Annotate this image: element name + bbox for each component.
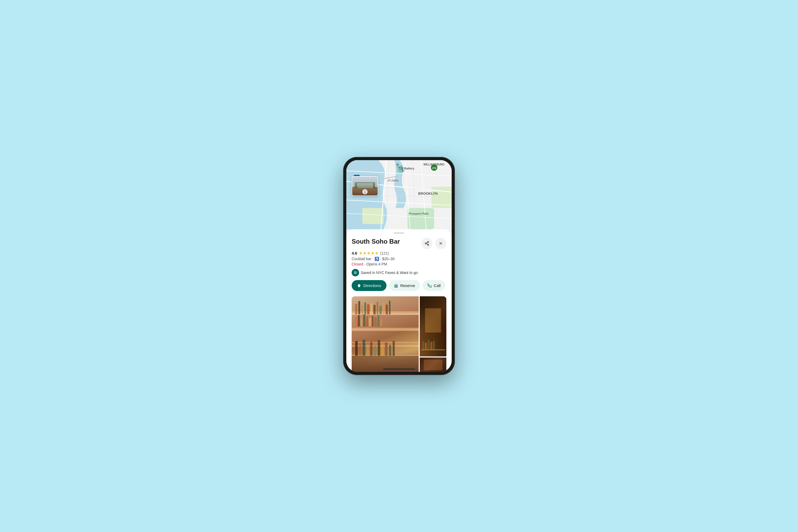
reserve-button[interactable]: Reserve [389, 280, 420, 291]
star-3: ★ [367, 251, 370, 255]
photo-side2[interactable]: 22 days ago [420, 358, 446, 372]
svg-rect-3 [362, 208, 384, 224]
saved-label: Saved in NYC Faves & Want to go [361, 270, 418, 275]
reserve-label: Reserve [400, 283, 415, 288]
svg-text:of Liberty: of Liberty [387, 179, 398, 182]
svg-line-28 [426, 244, 428, 244]
status-time: Opens 4 PM [366, 262, 387, 266]
saved-icon [352, 269, 359, 277]
share-button[interactable] [421, 238, 433, 249]
star-rating: ★ ★ ★ ★ ★ [359, 251, 379, 255]
drag-handle[interactable] [394, 232, 404, 233]
star-4: ★ [371, 251, 375, 255]
street-view-person-icon: 🚶 [362, 189, 367, 194]
status-row: Closed · Opens 4 PM [352, 262, 446, 266]
photo-main[interactable] [352, 296, 419, 372]
category-label: Cocktail bar [352, 257, 371, 261]
svg-text:278: 278 [432, 167, 436, 169]
directions-label: Directions [363, 283, 381, 288]
svg-rect-1 [407, 208, 434, 229]
place-name: South Soho Bar [352, 238, 418, 246]
accessibility-icon: ♿ [375, 257, 379, 261]
photo-grid[interactable]: 22 days ago [352, 296, 446, 372]
call-label: Call [434, 283, 441, 288]
directions-button[interactable]: Directions [352, 280, 386, 291]
status-closed: Closed [352, 262, 363, 266]
photo-side1[interactable] [420, 296, 446, 357]
dot-separator-2: · [380, 257, 381, 261]
place-marker[interactable]: 🗽 [396, 163, 405, 172]
street-view-thumbnail[interactable]: 🚶 [352, 176, 378, 196]
review-count: (121) [380, 251, 389, 255]
map-area[interactable]: BROOKLYN Prospect Park The Battery WILLI… [346, 160, 452, 229]
call-button[interactable]: Call [423, 280, 445, 291]
rating-row[interactable]: 4.6 ★ ★ ★ ★ ★ (121) [352, 251, 446, 255]
star-half: ★ [375, 251, 379, 255]
home-indicator[interactable] [383, 368, 415, 370]
close-button[interactable] [435, 238, 446, 249]
price-range: $20–30 [382, 257, 395, 261]
header-actions [421, 238, 446, 249]
action-buttons: Directions Reserve Call [352, 280, 446, 292]
dot-separator: · [373, 257, 374, 261]
place-info-row: Cocktail bar · ♿ · $20–30 [352, 257, 446, 261]
status-separator: · [364, 262, 365, 266]
phone-frame: BROOKLYN Prospect Park The Battery WILLI… [343, 157, 455, 375]
bottom-panel: South Soho Bar [346, 229, 452, 372]
place-header: South Soho Bar [352, 238, 446, 249]
rating-number: 4.6 [352, 251, 357, 255]
saved-tag[interactable]: Saved in NYC Faves & Want to go [352, 269, 446, 277]
star-1: ★ [359, 251, 363, 255]
svg-text:BROOKLYN: BROOKLYN [418, 191, 438, 195]
svg-line-29 [426, 242, 428, 243]
phone-screen: BROOKLYN Prospect Park The Battery WILLI… [346, 160, 452, 372]
svg-text:Prospect Park: Prospect Park [409, 212, 429, 215]
star-2: ★ [363, 251, 366, 255]
